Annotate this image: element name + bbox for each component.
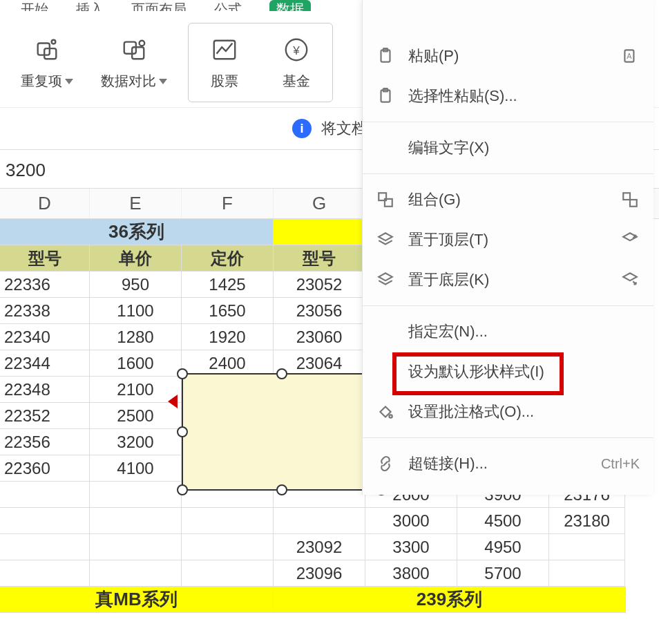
menu-separator	[363, 173, 653, 174]
menu-cut[interactable]	[363, 4, 653, 36]
group-options-icon[interactable]	[620, 190, 640, 209]
svg-point-23	[389, 415, 392, 417]
data-compare-button[interactable]: 数据对比	[94, 30, 174, 95]
duplicates-label: 重复项	[21, 72, 62, 91]
clipboard-special-icon	[375, 86, 396, 106]
svg-marker-19	[379, 233, 392, 240]
info-text: 将文档	[321, 118, 367, 139]
svg-rect-18	[630, 200, 637, 207]
menu-separator	[363, 305, 653, 306]
resize-handle[interactable]	[276, 368, 287, 379]
cut-icon	[375, 6, 396, 26]
info-icon: i	[292, 119, 312, 138]
tab-layout[interactable]: 页面布局	[131, 0, 187, 11]
menu-default-style[interactable]: 设为默认形状样式(I)	[363, 352, 653, 392]
hdr-model: 型号	[0, 245, 90, 272]
stock-icon	[209, 35, 240, 65]
menu-label: 指定宏(N)...	[408, 321, 640, 342]
resize-handle[interactable]	[177, 426, 188, 437]
stock-button[interactable]: 股票	[202, 30, 247, 95]
menu-shortcut: Ctrl+K	[601, 456, 640, 472]
stock-label: 股票	[211, 72, 238, 91]
hdr-unitprice: 单价	[90, 245, 182, 272]
clipboard-icon	[375, 46, 396, 66]
menu-label: 编辑文字(X)	[408, 138, 640, 158]
banner-239: 239系列	[274, 587, 626, 613]
format-icon[interactable]	[620, 86, 640, 106]
col-e[interactable]: E	[90, 189, 182, 218]
banner-truemb: 真MB系列	[0, 587, 274, 613]
menu-assign-macro[interactable]: 指定宏(N)...	[363, 312, 653, 352]
comment-box[interactable]	[182, 373, 382, 491]
bring-front-icon[interactable]	[620, 230, 640, 249]
svg-marker-21	[379, 273, 392, 281]
paint-bucket-icon	[375, 401, 396, 422]
link-icon	[375, 453, 396, 474]
menu-label: 设为默认形状样式(I)	[408, 361, 640, 382]
tab-data[interactable]: 数据	[269, 0, 311, 11]
menu-format-comment[interactable]: 设置批注格式(O)...	[363, 392, 653, 432]
context-menu: 粘贴(P) A 选择性粘贴(S)... 编辑文字(X) 组合(G) 置于顶层(T…	[362, 0, 653, 495]
duplicates-button[interactable]: 重复项	[14, 30, 80, 95]
duplicates-icon	[32, 35, 62, 65]
menu-label: 组合(G)	[408, 189, 608, 210]
col-d[interactable]: D	[0, 189, 90, 218]
menu-paste-special[interactable]: 选择性粘贴(S)...	[363, 76, 653, 116]
hdr-model-2: 型号	[274, 245, 365, 272]
menu-label: 置于底层(K)	[408, 269, 608, 290]
resize-handle[interactable]	[177, 368, 188, 379]
tab-start[interactable]: 开始	[21, 0, 48, 11]
menu-label: 设置批注格式(O)...	[408, 401, 640, 422]
tab-formula[interactable]: 公式	[214, 0, 242, 11]
menu-label: 置于顶层(T)	[408, 229, 608, 250]
tab-insert[interactable]: 插入	[76, 0, 104, 11]
resize-handle[interactable]	[177, 484, 188, 495]
menu-hyperlink[interactable]: 超链接(H)... Ctrl+K	[363, 444, 653, 484]
menu-separator	[363, 122, 653, 122]
menu-group[interactable]: 组合(G)	[363, 180, 653, 220]
svg-rect-17	[623, 193, 630, 200]
menu-bring-front[interactable]: 置于顶层(T)	[363, 220, 653, 260]
group-icon	[375, 189, 396, 210]
fund-label: 基金	[283, 72, 310, 91]
compare-label: 数据对比	[101, 72, 156, 91]
svg-text:¥: ¥	[292, 44, 300, 57]
banner-36: 36系列	[0, 219, 274, 245]
table-cell[interactable]: 22336	[0, 272, 90, 298]
fund-icon: ¥	[281, 35, 312, 65]
menu-label: 超链接(H)...	[408, 453, 589, 474]
comment-anchor-icon	[168, 395, 178, 408]
svg-marker-22	[623, 273, 637, 281]
svg-text:A: A	[627, 52, 632, 60]
chevron-down-icon	[65, 79, 73, 84]
svg-point-5	[140, 41, 145, 46]
layers-icon	[375, 229, 396, 250]
banner-gap	[274, 219, 365, 245]
menu-label: 粘贴(P)	[408, 46, 608, 66]
svg-point-2	[52, 40, 56, 44]
menu-edit-text[interactable]: 编辑文字(X)	[363, 128, 653, 168]
match-format-icon[interactable]: A	[620, 46, 640, 66]
col-f[interactable]: F	[182, 189, 274, 218]
send-back-icon[interactable]	[620, 270, 640, 290]
menu-send-back[interactable]: 置于底层(K)	[363, 260, 653, 300]
menu-separator	[363, 437, 653, 438]
resize-handle[interactable]	[276, 484, 287, 495]
col-g[interactable]: G	[274, 189, 365, 218]
menu-paste[interactable]: 粘贴(P) A	[363, 36, 653, 76]
fund-button[interactable]: ¥ 基金	[274, 30, 318, 95]
menu-label: 选择性粘贴(S)...	[408, 86, 608, 106]
hdr-listprice: 定价	[182, 245, 274, 272]
chevron-down-icon	[159, 79, 167, 84]
layers-icon	[375, 269, 396, 290]
compare-icon	[119, 35, 149, 65]
